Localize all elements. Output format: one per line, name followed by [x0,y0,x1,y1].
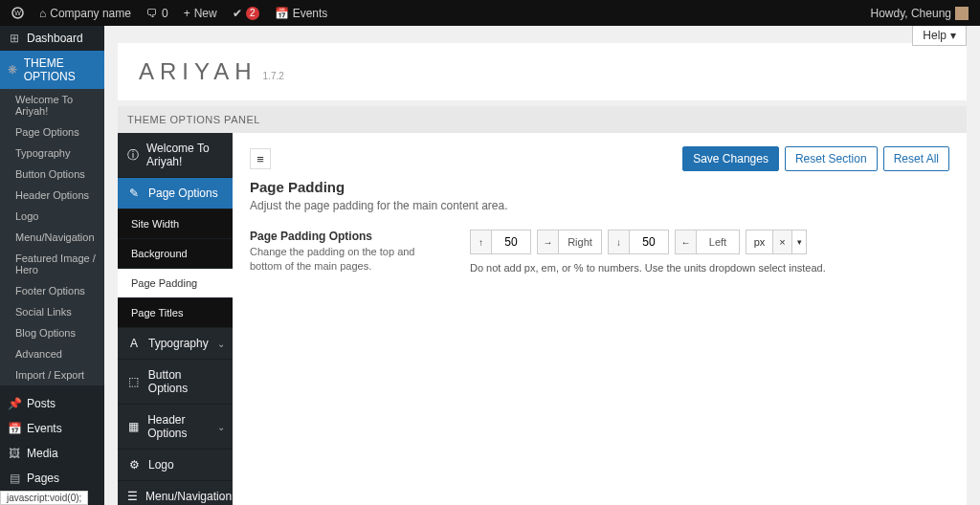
theme-name: ARIYAH [139,58,257,85]
comments-bubble[interactable]: 🗨0 [141,7,174,20]
padding-bottom-group: ↓ [608,230,669,254]
collapse-sidebar-button[interactable]: ≡ [250,148,271,169]
padding-top-group: ↑ [470,230,531,254]
arrow-right-icon[interactable]: → [538,231,559,253]
submenu-import-export[interactable]: Import / Export [0,364,104,385]
chevron-down-icon: ⌄ [217,492,225,502]
list-icon: ≡ [256,152,264,166]
rside-site-width[interactable]: Site Width [118,209,233,239]
pin-icon: 📌 [8,397,21,410]
home-icon: ⌂ [39,7,46,20]
submenu-blog[interactable]: Blog Options [0,322,104,343]
chevron-down-icon: ⌄ [217,422,225,432]
padding-right-label: Right [559,231,601,253]
menu-events[interactable]: 📅Events [0,416,104,441]
theme-icon: ❋ [8,63,18,77]
rside-page-titles[interactable]: Page Titles [118,298,233,328]
rside-page-padding[interactable]: Page Padding [118,269,233,298]
submenu-page-options[interactable]: Page Options [0,121,104,143]
reset-section-button[interactable]: Reset Section [785,146,878,171]
menu-icon: ☰ [127,490,138,503]
status-bar: javascript:void(0); [0,491,88,505]
field-page-padding: Page Padding Options Change the padding … [250,230,949,274]
rside-welcome[interactable]: ⓘWelcome To Ariyah! [118,133,233,178]
dashboard-icon: ⊞ [8,32,21,45]
comment-icon: 🗨 [146,7,158,20]
rside-page-options[interactable]: ✎Page Options [118,178,233,209]
field-desc: Change the padding on the top and bottom… [250,245,441,274]
menu-posts[interactable]: 📌Posts [0,391,104,416]
rside-background[interactable]: Background [118,239,233,269]
arrow-left-icon[interactable]: ← [676,231,697,253]
site-name[interactable]: ⌂Company name [33,7,137,20]
chevron-down-icon[interactable]: ▾ [792,231,806,253]
rside-menu-nav[interactable]: ☰Menu/Navigation⌄ [118,481,233,505]
options-panel: ⓘWelcome To Ariyah! ✎Page Options Site W… [118,133,967,505]
calendar-icon: 📅 [275,7,289,20]
font-icon: A [127,337,141,350]
page-icon: ▤ [8,472,21,485]
padding-right-group: → Right [537,230,602,254]
arrow-up-icon[interactable]: ↑ [471,231,492,253]
field-hint: Do not add px, em, or % to numbers. Use … [470,262,826,274]
rside-header-options[interactable]: ▦Header Options⌄ [118,405,233,450]
chevron-down-icon: ▾ [950,29,956,42]
gear-icon: ⚙ [127,458,141,472]
padding-left-label: Left [697,231,739,253]
theme-header: ARIYAH 1.7.2 [118,43,967,100]
padding-bottom-input[interactable] [630,231,668,253]
button-icon: ⬚ [127,375,141,388]
redux-sidebar: ⓘWelcome To Ariyah! ✎Page Options Site W… [118,133,233,505]
content-pane: ≡ Save Changes Reset Section Reset All P… [233,133,967,505]
check-icon: ✔ [233,7,242,20]
wp-admin-bar: W ⌂Company name 🗨0 +New ✔2 📅Events Howdy… [0,0,980,26]
calendar-icon: 📅 [8,422,21,435]
submenu-typography[interactable]: Typography [0,143,104,164]
menu-dashboard[interactable]: ⊞Dashboard [0,26,104,51]
menu-pages[interactable]: ▤Pages [0,466,104,491]
unit-select[interactable]: px × ▾ [746,230,807,254]
submenu-header-options[interactable]: Header Options [0,185,104,206]
submenu-advanced[interactable]: Advanced [0,343,104,364]
help-dropdown[interactable]: Help▾ [912,26,967,46]
content-wrap: Help▾ ARIYAH 1.7.2 THEME OPTIONS PANEL ⓘ… [104,26,980,505]
padding-top-input[interactable] [492,231,530,253]
svg-text:W: W [14,10,21,16]
new-content[interactable]: +New [178,7,223,20]
submenu-social[interactable]: Social Links [0,301,104,322]
rside-typography[interactable]: ATypography⌄ [118,328,233,360]
unit-value: px [746,231,773,253]
chevron-down-icon: ⌄ [217,339,225,349]
rside-logo[interactable]: ⚙Logo [118,450,233,481]
arrow-down-icon[interactable]: ↓ [609,231,630,253]
submenu-welcome[interactable]: Welcome To Ariyah! [0,89,104,121]
theme-version: 1.7.2 [263,71,284,81]
section-title: Page Padding [250,179,949,195]
submenu-logo[interactable]: Logo [0,206,104,227]
menu-theme-options[interactable]: ❋THEME OPTIONS [0,51,104,89]
submenu-footer[interactable]: Footer Options [0,280,104,301]
header-icon: ▦ [127,420,140,433]
clear-icon[interactable]: × [773,231,792,253]
plus-icon: + [184,7,190,20]
reset-all-button[interactable]: Reset All [883,146,949,171]
submenu-featured[interactable]: Featured Image / Hero [0,248,104,280]
panel-label: THEME OPTIONS PANEL [118,106,967,133]
edit-icon: ✎ [127,187,141,200]
events-link[interactable]: 📅Events [269,7,334,20]
update-badge: 2 [246,7,259,20]
menu-media[interactable]: 🖼Media [0,441,104,466]
v-item[interactable]: ✔2 [227,7,265,20]
padding-left-group: ← Left [675,230,740,254]
wp-admin-menu: ⊞Dashboard ❋THEME OPTIONS Welcome To Ari… [0,26,104,505]
submenu-menu-nav[interactable]: Menu/Navigation [0,227,104,248]
save-button[interactable]: Save Changes [682,146,779,171]
rside-button-options[interactable]: ⬚Button Options [118,360,233,405]
media-icon: 🖼 [8,447,21,460]
avatar [955,7,969,20]
wp-logo[interactable]: W [6,7,30,19]
submenu-button-options[interactable]: Button Options [0,164,104,185]
howdy-user[interactable]: Howdy, Cheung [865,7,975,20]
field-title: Page Padding Options [250,230,441,243]
section-desc: Adjust the page padding for the main con… [250,199,949,212]
